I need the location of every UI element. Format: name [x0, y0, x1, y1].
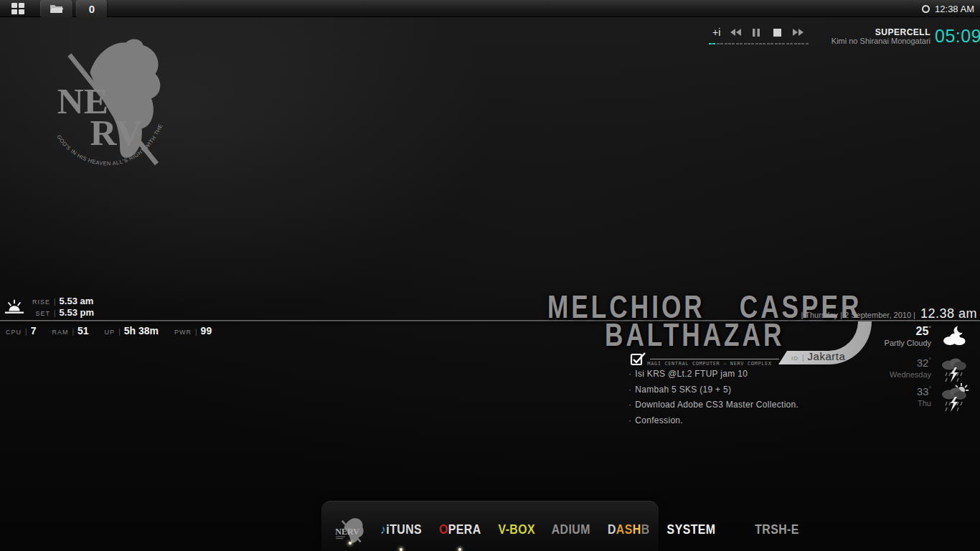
dock-item-adium[interactable]: ADIUM: [549, 522, 593, 537]
grid-icon: [19, 9, 24, 14]
taskbar-clock: 12:38 AM: [922, 0, 974, 17]
dock-item-label: ♪iTUNS: [380, 522, 422, 537]
stat-ram: RAM | 51: [52, 325, 88, 336]
thunderstorm-icon: [938, 356, 970, 383]
clock-icon: [922, 5, 930, 13]
dock-item-label: DASHB: [608, 522, 650, 537]
progress-dash: [775, 43, 778, 44]
dock-item-label: ADIUM: [552, 522, 590, 537]
progress-dash: [806, 43, 809, 44]
forecast-wednesday: 32° Wednesday: [831, 357, 931, 379]
elapsed-time: 05:09: [935, 26, 980, 47]
progress-dash: [744, 43, 747, 44]
opera-taskbar-button[interactable]: 0: [76, 0, 108, 17]
dock-items: NERV ♪iTUNSOPERAV-BOXADIUMDASHBSYSTEMTRS…: [334, 516, 650, 543]
todo-item: ·Confession.: [628, 413, 798, 429]
taskbar: 0 12:38 AM: [0, 0, 980, 17]
dock-item-label: SYSTEM: [667, 522, 716, 537]
dock-item-label: OPERA: [439, 522, 481, 537]
country-code: ID: [791, 355, 798, 362]
dock: NERV ♪iTUNSOPERAV-BOXADIUMDASHBSYSTEMTRS…: [321, 501, 659, 551]
progress-dash: [712, 43, 715, 44]
stop-button[interactable]: [771, 27, 783, 37]
progress-dash: [751, 43, 754, 44]
progress-dash: [763, 43, 765, 44]
current-temp: 25: [916, 325, 929, 337]
progress-dash: [801, 43, 804, 44]
date-bar: | Thursday | 2 September, 2010 | 12.38 a…: [801, 306, 977, 321]
folder-icon: [50, 4, 64, 14]
stat-power: PWR | 99: [174, 325, 212, 336]
previous-track-button[interactable]: [730, 27, 741, 37]
dock-item-system[interactable]: SYSTEM: [664, 522, 719, 537]
magi-balthazar: BALTHAZAR: [605, 321, 862, 349]
todo-item: ·Download Adobe CS3 Master Collection.: [628, 397, 798, 413]
set-label: SET: [30, 310, 50, 317]
next-icon: [793, 29, 804, 36]
desktop: { "topbar": { "clock": "12:38 AM" }, "pl…: [0, 0, 980, 551]
grid-icon: [11, 3, 17, 8]
progress-dash: [794, 43, 797, 44]
dock-item-v-box[interactable]: V-BOX: [496, 522, 538, 537]
set-time: 5.53 pm: [60, 307, 94, 318]
dock-item-ituns[interactable]: ♪iTUNS: [377, 522, 425, 537]
progress-dash: [771, 43, 773, 44]
progress-dash: [755, 43, 758, 44]
progress-dash: [728, 43, 731, 44]
progress-dash: [767, 43, 770, 44]
dock-item-opera[interactable]: OPERA: [436, 522, 484, 537]
progress-dash: [759, 43, 762, 44]
progress-dash: [725, 43, 727, 44]
svg-text:NERV: NERV: [335, 527, 359, 537]
dock-item-dashb[interactable]: DASHB: [605, 522, 653, 537]
running-indicator-dot: [400, 548, 402, 551]
forecast-thursday: 33° Thu: [831, 385, 931, 408]
progress-dash: [717, 43, 720, 44]
previous-icon: [730, 29, 741, 36]
running-indicator-dot: [458, 548, 461, 551]
sun-thunderstorm-icon: [938, 383, 970, 412]
date-text: | Thursday | 2 September, 2010 |: [801, 311, 915, 319]
current-condition: Partly Cloudy: [831, 339, 931, 348]
rise-time: 5.53 am: [60, 296, 94, 306]
grid-icon: [11, 9, 17, 14]
opera-icon: 0: [89, 3, 95, 15]
progress-dash: [786, 43, 789, 44]
progress-dash: [709, 43, 712, 44]
todo-item: ·Nambah 5 SKS (19 + 5): [628, 382, 798, 398]
progress-dash: [736, 43, 739, 44]
system-stats: CPU | 7 RAM | 51 UP | 5h 38m PWR | 99: [6, 325, 212, 336]
todo-rule: [650, 359, 779, 359]
dock-item-trsh-e[interactable]: TRSH-E: [752, 522, 802, 537]
sunrise-icon: [4, 298, 24, 316]
dock-item-nerv-launcher[interactable]: NERV: [334, 516, 366, 543]
progress-dash: [798, 43, 801, 44]
progress-dash: [720, 43, 723, 44]
dock-item-label: V-BOX: [498, 522, 534, 537]
file-manager-button[interactable]: [40, 0, 73, 17]
now-playing: SUPERCELL Kimi no Shiranai Monogatari: [831, 28, 930, 45]
sun-times-widget: RISE | 5.53 am SET | 5.53 pm: [4, 296, 94, 319]
player-controls: +i: [712, 27, 804, 37]
todo-item: ·Isi KRS @Lt.2 FTUP jam 10: [628, 367, 798, 382]
pause-icon: [753, 29, 760, 37]
add-track-button[interactable]: +i: [712, 27, 720, 37]
start-menu-button[interactable]: [11, 3, 24, 14]
stop-icon: [773, 29, 781, 37]
stat-cpu: CPU | 7: [6, 325, 36, 336]
progress-dash: [732, 43, 735, 44]
nerv-text-bottom: RV: [90, 112, 141, 153]
artist-name: SUPERCELL: [831, 28, 930, 37]
pause-button[interactable]: [750, 27, 762, 37]
grid-icon: [19, 3, 24, 8]
weather-current: 25° Partly Cloudy: [831, 325, 931, 347]
nerv-logo: NE RV GOD'S IN HIS HEAVEN ALL'S RIGHT WI…: [55, 33, 164, 169]
progress-dash: [748, 43, 750, 44]
rise-label: RISE: [30, 298, 50, 306]
nerv-mini-logo-icon: NERV: [334, 516, 366, 543]
progress-dash: [782, 43, 785, 44]
progress-dash: [778, 43, 781, 44]
player-progress[interactable]: [709, 43, 812, 45]
next-track-button[interactable]: [792, 27, 804, 37]
progress-dash: [790, 43, 793, 44]
